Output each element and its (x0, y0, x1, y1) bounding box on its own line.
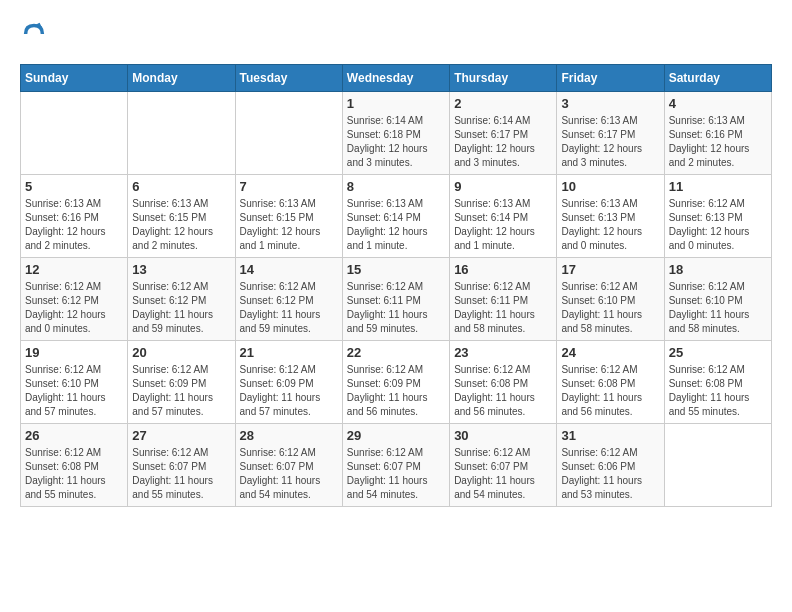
logo-icon (20, 20, 48, 48)
day-number: 31 (561, 428, 659, 443)
calendar-cell: 29Sunrise: 6:12 AM Sunset: 6:07 PM Dayli… (342, 424, 449, 507)
calendar-cell: 17Sunrise: 6:12 AM Sunset: 6:10 PM Dayli… (557, 258, 664, 341)
day-info: Sunrise: 6:12 AM Sunset: 6:13 PM Dayligh… (669, 197, 767, 253)
day-number: 18 (669, 262, 767, 277)
weekday-header-row: SundayMondayTuesdayWednesdayThursdayFrid… (21, 65, 772, 92)
calendar-cell: 28Sunrise: 6:12 AM Sunset: 6:07 PM Dayli… (235, 424, 342, 507)
calendar-cell: 7Sunrise: 6:13 AM Sunset: 6:15 PM Daylig… (235, 175, 342, 258)
day-number: 1 (347, 96, 445, 111)
calendar-week-row: 5Sunrise: 6:13 AM Sunset: 6:16 PM Daylig… (21, 175, 772, 258)
day-info: Sunrise: 6:12 AM Sunset: 6:11 PM Dayligh… (454, 280, 552, 336)
day-number: 22 (347, 345, 445, 360)
day-number: 9 (454, 179, 552, 194)
day-number: 25 (669, 345, 767, 360)
calendar-cell: 13Sunrise: 6:12 AM Sunset: 6:12 PM Dayli… (128, 258, 235, 341)
calendar-cell: 3Sunrise: 6:13 AM Sunset: 6:17 PM Daylig… (557, 92, 664, 175)
day-number: 16 (454, 262, 552, 277)
day-number: 7 (240, 179, 338, 194)
day-info: Sunrise: 6:12 AM Sunset: 6:10 PM Dayligh… (25, 363, 123, 419)
day-number: 3 (561, 96, 659, 111)
day-info: Sunrise: 6:12 AM Sunset: 6:09 PM Dayligh… (132, 363, 230, 419)
day-info: Sunrise: 6:12 AM Sunset: 6:11 PM Dayligh… (347, 280, 445, 336)
calendar-cell: 27Sunrise: 6:12 AM Sunset: 6:07 PM Dayli… (128, 424, 235, 507)
calendar-week-row: 12Sunrise: 6:12 AM Sunset: 6:12 PM Dayli… (21, 258, 772, 341)
day-info: Sunrise: 6:13 AM Sunset: 6:15 PM Dayligh… (132, 197, 230, 253)
calendar-cell: 8Sunrise: 6:13 AM Sunset: 6:14 PM Daylig… (342, 175, 449, 258)
day-info: Sunrise: 6:12 AM Sunset: 6:07 PM Dayligh… (347, 446, 445, 502)
day-number: 23 (454, 345, 552, 360)
day-info: Sunrise: 6:12 AM Sunset: 6:06 PM Dayligh… (561, 446, 659, 502)
day-info: Sunrise: 6:13 AM Sunset: 6:13 PM Dayligh… (561, 197, 659, 253)
day-number: 2 (454, 96, 552, 111)
day-number: 28 (240, 428, 338, 443)
day-info: Sunrise: 6:13 AM Sunset: 6:16 PM Dayligh… (669, 114, 767, 170)
day-number: 11 (669, 179, 767, 194)
calendar-cell: 10Sunrise: 6:13 AM Sunset: 6:13 PM Dayli… (557, 175, 664, 258)
weekday-header: Monday (128, 65, 235, 92)
calendar-cell: 26Sunrise: 6:12 AM Sunset: 6:08 PM Dayli… (21, 424, 128, 507)
day-info: Sunrise: 6:12 AM Sunset: 6:09 PM Dayligh… (240, 363, 338, 419)
day-number: 26 (25, 428, 123, 443)
calendar-week-row: 19Sunrise: 6:12 AM Sunset: 6:10 PM Dayli… (21, 341, 772, 424)
day-number: 30 (454, 428, 552, 443)
calendar-cell: 25Sunrise: 6:12 AM Sunset: 6:08 PM Dayli… (664, 341, 771, 424)
weekday-header: Thursday (450, 65, 557, 92)
day-number: 10 (561, 179, 659, 194)
calendar-cell: 11Sunrise: 6:12 AM Sunset: 6:13 PM Dayli… (664, 175, 771, 258)
calendar-cell: 30Sunrise: 6:12 AM Sunset: 6:07 PM Dayli… (450, 424, 557, 507)
calendar-table: SundayMondayTuesdayWednesdayThursdayFrid… (20, 64, 772, 507)
calendar-cell (664, 424, 771, 507)
day-info: Sunrise: 6:13 AM Sunset: 6:17 PM Dayligh… (561, 114, 659, 170)
calendar-cell: 16Sunrise: 6:12 AM Sunset: 6:11 PM Dayli… (450, 258, 557, 341)
day-info: Sunrise: 6:14 AM Sunset: 6:18 PM Dayligh… (347, 114, 445, 170)
logo (20, 20, 54, 48)
weekday-header: Wednesday (342, 65, 449, 92)
day-info: Sunrise: 6:13 AM Sunset: 6:14 PM Dayligh… (347, 197, 445, 253)
calendar-cell: 12Sunrise: 6:12 AM Sunset: 6:12 PM Dayli… (21, 258, 128, 341)
calendar-cell: 14Sunrise: 6:12 AM Sunset: 6:12 PM Dayli… (235, 258, 342, 341)
day-info: Sunrise: 6:12 AM Sunset: 6:12 PM Dayligh… (240, 280, 338, 336)
calendar-week-row: 1Sunrise: 6:14 AM Sunset: 6:18 PM Daylig… (21, 92, 772, 175)
day-info: Sunrise: 6:13 AM Sunset: 6:16 PM Dayligh… (25, 197, 123, 253)
day-info: Sunrise: 6:13 AM Sunset: 6:14 PM Dayligh… (454, 197, 552, 253)
day-info: Sunrise: 6:12 AM Sunset: 6:08 PM Dayligh… (561, 363, 659, 419)
day-number: 17 (561, 262, 659, 277)
calendar-cell (128, 92, 235, 175)
calendar-cell: 21Sunrise: 6:12 AM Sunset: 6:09 PM Dayli… (235, 341, 342, 424)
calendar-cell: 19Sunrise: 6:12 AM Sunset: 6:10 PM Dayli… (21, 341, 128, 424)
day-number: 12 (25, 262, 123, 277)
day-info: Sunrise: 6:12 AM Sunset: 6:12 PM Dayligh… (25, 280, 123, 336)
calendar-cell: 6Sunrise: 6:13 AM Sunset: 6:15 PM Daylig… (128, 175, 235, 258)
day-info: Sunrise: 6:12 AM Sunset: 6:08 PM Dayligh… (25, 446, 123, 502)
calendar-cell: 4Sunrise: 6:13 AM Sunset: 6:16 PM Daylig… (664, 92, 771, 175)
day-number: 20 (132, 345, 230, 360)
day-number: 8 (347, 179, 445, 194)
calendar-cell: 15Sunrise: 6:12 AM Sunset: 6:11 PM Dayli… (342, 258, 449, 341)
calendar-cell: 18Sunrise: 6:12 AM Sunset: 6:10 PM Dayli… (664, 258, 771, 341)
weekday-header: Saturday (664, 65, 771, 92)
day-number: 24 (561, 345, 659, 360)
day-info: Sunrise: 6:13 AM Sunset: 6:15 PM Dayligh… (240, 197, 338, 253)
weekday-header: Sunday (21, 65, 128, 92)
calendar-cell: 23Sunrise: 6:12 AM Sunset: 6:08 PM Dayli… (450, 341, 557, 424)
day-number: 5 (25, 179, 123, 194)
day-info: Sunrise: 6:12 AM Sunset: 6:10 PM Dayligh… (561, 280, 659, 336)
day-info: Sunrise: 6:14 AM Sunset: 6:17 PM Dayligh… (454, 114, 552, 170)
calendar-cell (235, 92, 342, 175)
day-info: Sunrise: 6:12 AM Sunset: 6:07 PM Dayligh… (132, 446, 230, 502)
day-number: 6 (132, 179, 230, 194)
calendar-cell: 31Sunrise: 6:12 AM Sunset: 6:06 PM Dayli… (557, 424, 664, 507)
day-info: Sunrise: 6:12 AM Sunset: 6:08 PM Dayligh… (454, 363, 552, 419)
day-number: 21 (240, 345, 338, 360)
calendar-cell: 22Sunrise: 6:12 AM Sunset: 6:09 PM Dayli… (342, 341, 449, 424)
day-info: Sunrise: 6:12 AM Sunset: 6:08 PM Dayligh… (669, 363, 767, 419)
calendar-cell (21, 92, 128, 175)
calendar-cell: 2Sunrise: 6:14 AM Sunset: 6:17 PM Daylig… (450, 92, 557, 175)
calendar-cell: 24Sunrise: 6:12 AM Sunset: 6:08 PM Dayli… (557, 341, 664, 424)
day-info: Sunrise: 6:12 AM Sunset: 6:09 PM Dayligh… (347, 363, 445, 419)
day-info: Sunrise: 6:12 AM Sunset: 6:07 PM Dayligh… (454, 446, 552, 502)
day-number: 15 (347, 262, 445, 277)
day-number: 14 (240, 262, 338, 277)
calendar-week-row: 26Sunrise: 6:12 AM Sunset: 6:08 PM Dayli… (21, 424, 772, 507)
day-number: 13 (132, 262, 230, 277)
